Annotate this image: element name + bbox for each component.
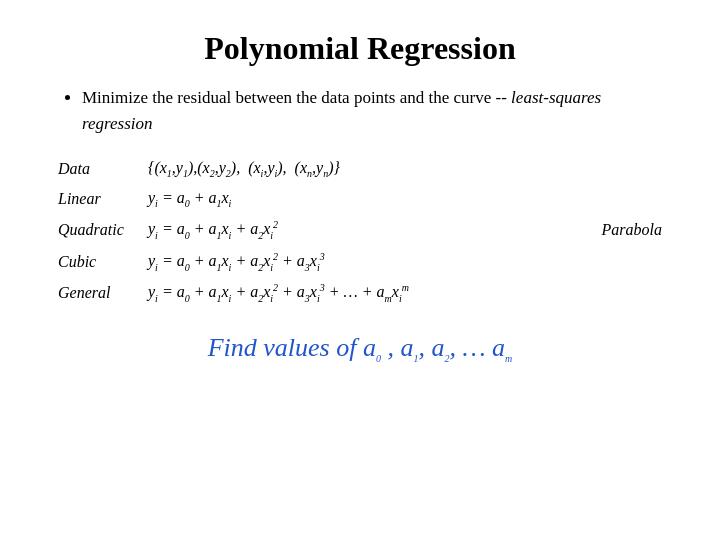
- sidenote-cubic: [555, 246, 670, 278]
- table-row: Cubic yi = a0 + a1xi + a2xi2 + a3xi3: [50, 246, 670, 278]
- eq-quadratic: yi = a0 + a1xi + a2xi2: [140, 214, 555, 246]
- table-row: Linear yi = a0 + a1xi: [50, 184, 670, 214]
- page-container: Polynomial Regression Minimize the resid…: [0, 0, 720, 540]
- row-label-cubic: Cubic: [50, 246, 140, 278]
- row-label-data: Data: [50, 154, 140, 184]
- find-values-text: Find values of a0 , a1, a2, … am: [208, 333, 513, 362]
- sidenote-quadratic: Parabola: [555, 214, 670, 246]
- table-row: Data {(x1,y1),(x2,y2), (xi,yi), (xn,yn)}: [50, 154, 670, 184]
- row-label-linear: Linear: [50, 184, 140, 214]
- sidenote-data: [555, 154, 670, 184]
- table-row: General yi = a0 + a1xi + a2xi2 + a3xi3 +…: [50, 277, 670, 309]
- equations-table: Data {(x1,y1),(x2,y2), (xi,yi), (xn,yn)}…: [50, 154, 670, 309]
- table-row: Quadratic yi = a0 + a1xi + a2xi2 Parabol…: [50, 214, 670, 246]
- find-values-section: Find values of a0 , a1, a2, … am: [50, 333, 670, 364]
- eq-general: yi = a0 + a1xi + a2xi2 + a3xi3 + … + amx…: [140, 277, 555, 309]
- eq-cubic: yi = a0 + a1xi + a2xi2 + a3xi3: [140, 246, 555, 278]
- row-label-general: General: [50, 277, 140, 309]
- bullet-section: Minimize the residual between the data p…: [50, 85, 670, 136]
- sidenote-general: [555, 277, 670, 309]
- eq-data: {(x1,y1),(x2,y2), (xi,yi), (xn,yn)}: [140, 154, 555, 184]
- sidenote-linear: [555, 184, 670, 214]
- row-label-quadratic: Quadratic: [50, 214, 140, 246]
- page-title: Polynomial Regression: [50, 30, 670, 67]
- bullet-text: Minimize the residual between the data p…: [82, 88, 511, 107]
- eq-linear: yi = a0 + a1xi: [140, 184, 555, 214]
